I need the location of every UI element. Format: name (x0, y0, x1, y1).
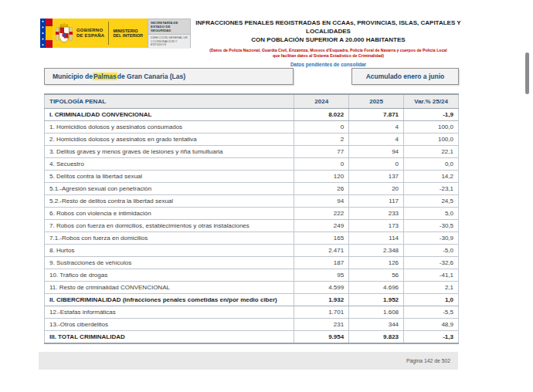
ministerio-label: MINISTERIO DEL INTERIOR (109, 19, 148, 48)
row-label: 5.1.-Agresión sexual con penetración (45, 183, 294, 195)
row-value: 14,2 (404, 171, 459, 183)
row-value: 8.022 (294, 109, 349, 121)
row-value: 1,0 (404, 294, 459, 306)
row-label: 7.1.-Robos con fuerza en domicilios (45, 232, 294, 245)
row-label: 5.2.-Resto de delitos contra la libertad… (45, 195, 294, 208)
row-value: 94 (294, 195, 349, 208)
column-header: 2025 (349, 94, 404, 109)
table-row: I. CRIMINALIDAD CONVENCIONAL8.0227.871-1… (45, 109, 459, 121)
row-value: 9.823 (349, 331, 404, 344)
source-note-line1: (Datos de Policía Nacional, Guardia Civi… (209, 48, 446, 52)
table-row: 4. Secuestro000,0 (45, 158, 459, 171)
row-label: 2. Homicidios dolosos y asesinatos en gr… (45, 133, 294, 146)
logo-yellow-band: GOBIERNO DE ESPAÑA MINISTERIO DEL INTERI… (40, 19, 148, 48)
row-label: II. CIBERCRIMINALIDAD (infracciones pena… (45, 294, 294, 306)
table-row: 10. Tráfico de drogas9556-41,1 (45, 269, 459, 282)
row-value: 2,1 (404, 282, 459, 294)
row-value: -32,6 (404, 257, 459, 269)
table-row: 12.-Estafas informáticas1.7011.608-5,5 (45, 306, 459, 319)
row-value: 165 (294, 232, 349, 245)
period-selector[interactable]: Acumulado enero a junio (351, 68, 459, 85)
row-value: 26 (294, 183, 349, 195)
row-value: 1.952 (349, 294, 404, 306)
row-value: 126 (349, 257, 404, 269)
municipality-selector[interactable]: Municipio de Palmas de Gran Canaria (Las… (44, 68, 294, 85)
ministerio-line2: DEL INTERIOR (113, 33, 143, 39)
row-label: 8. Hurtos (45, 245, 294, 257)
row-value: 233 (349, 208, 404, 220)
row-value: -5,0 (404, 245, 459, 257)
row-label: 4. Secuestro (45, 158, 294, 171)
row-value: 48,9 (404, 319, 459, 331)
row-value: 173 (349, 220, 404, 232)
footer-bar: Página 142 de 502 (39, 352, 458, 370)
row-value: 100,0 (404, 133, 459, 146)
row-value: 117 (349, 195, 404, 208)
row-label: 9. Sustracciones de vehículos (45, 257, 294, 269)
eu-stars-strip-icon (40, 19, 46, 48)
row-label: 3. Delitos graves y menos graves de lesi… (45, 146, 294, 158)
table-row: 6. Robos con violencia e intimidación222… (45, 208, 459, 220)
row-value: 7.871 (349, 109, 404, 121)
crime-table: TIPOLOGÍA PENAL20242025Var.% 25/24 I. CR… (44, 93, 459, 344)
row-label: 7. Robos con fuerza en domicilios, estab… (45, 220, 294, 232)
row-label: III. TOTAL CRIMINALIDAD (45, 331, 294, 344)
row-value: 2.471 (294, 245, 349, 257)
table-row: 7.1.-Robos con fuerza en domicilios16511… (45, 232, 459, 245)
table-row: 5. Delitos contra la libertad sexual1201… (45, 171, 459, 183)
spain-flag-icon (46, 19, 53, 48)
row-value: 0 (294, 158, 349, 171)
table-body: I. CRIMINALIDAD CONVENCIONAL8.0227.871-1… (45, 109, 459, 344)
table-row: 11. Resto de criminalidad CONVENCIONAL4.… (45, 282, 459, 294)
table-row: 1. Homicidios dolosos y asesinatos consu… (45, 121, 459, 133)
title-block: INFRACCIONES PENALES REGISTRADAS EN CCAA… (174, 19, 483, 67)
row-value: -5,5 (404, 306, 459, 319)
row-value: 9.954 (294, 331, 349, 344)
source-note-line2: que facilitan datos al Sistema Estadísti… (273, 53, 384, 58)
gobierno-line1: GOBIERNO (76, 28, 104, 33)
table-row: III. TOTAL CRIMINALIDAD9.9549.823-1,3 (45, 331, 459, 344)
row-value: 222 (294, 208, 349, 220)
column-header: Var.% 25/24 (404, 94, 459, 109)
table-row: 5.1.-Agresión sexual con penetración2620… (45, 183, 459, 195)
row-value: 344 (349, 319, 404, 331)
row-label: 10. Tráfico de drogas (45, 269, 294, 282)
column-header: 2024 (294, 94, 349, 109)
row-value: -1,3 (404, 331, 459, 344)
row-value: 1.608 (349, 306, 404, 319)
row-label: 1. Homicidios dolosos y asesinatos consu… (45, 121, 294, 133)
row-value: 5,0 (404, 208, 459, 220)
table-row: 13.-Otros ciberdelitos23134448,9 (45, 319, 459, 331)
row-value: 95 (294, 269, 349, 282)
municipality-suffix: de Gran Canaria (Las) (117, 73, 185, 80)
table-row: 8. Hurtos2.4712.348-5,0 (45, 245, 459, 257)
row-value: 231 (294, 319, 349, 331)
row-value: 2.348 (349, 245, 404, 257)
row-value: 249 (294, 220, 349, 232)
spain-coat-of-arms-icon (53, 19, 76, 48)
row-value: 94 (349, 146, 404, 158)
row-label: 12.-Estafas informáticas (45, 306, 294, 319)
row-value: -41,1 (404, 269, 459, 282)
row-value: 2 (294, 133, 349, 146)
source-note: (Datos de Policía Nacional, Guardia Civi… (174, 48, 483, 58)
municipality-prefix: Municipio de (53, 73, 93, 80)
row-label: 11. Resto de criminalidad CONVENCIONAL (45, 282, 294, 294)
table-row: 3. Delitos graves y menos graves de lesi… (45, 146, 459, 158)
table-header-row: TIPOLOGÍA PENAL20242025Var.% 25/24 (45, 94, 459, 109)
row-value: -30,5 (404, 220, 459, 232)
scrollbar-thumb[interactable] (525, 52, 529, 94)
row-value: 1.701 (294, 306, 349, 319)
row-value: -1,9 (404, 109, 459, 121)
title-line2: CON POBLACIÓN SUPERIOR A 20.000 HABITANT… (251, 36, 405, 43)
report-page: GOBIERNO DE ESPAÑA MINISTERIO DEL INTERI… (0, 0, 533, 392)
row-value: 22,1 (404, 146, 459, 158)
column-header: TIPOLOGÍA PENAL (45, 94, 294, 109)
table-row: II. CIBERCRIMINALIDAD (infracciones pena… (45, 294, 459, 306)
row-value: 0,0 (404, 158, 459, 171)
row-value: 187 (294, 257, 349, 269)
status-note: Datos pendientes de consolidar (174, 62, 483, 67)
row-value: -23,1 (404, 183, 459, 195)
municipality-highlight: Palmas (93, 73, 117, 80)
row-value: 4.599 (294, 282, 349, 294)
